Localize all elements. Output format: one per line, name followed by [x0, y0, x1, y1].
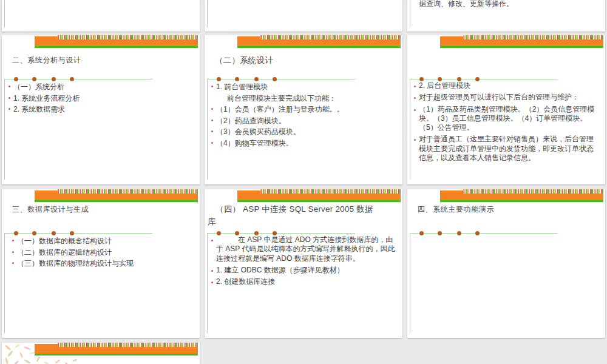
banner-green-line: [35, 200, 198, 202]
slide-thumbnail-r2c2[interactable]: （二）系统设计 1. 前台管理模块前台管理模块主要完成以下功能：（1）会员（客户…: [205, 35, 402, 184]
banner-green-line: [35, 354, 198, 356]
floral-banner-decoration: [35, 36, 198, 46]
decorative-dot-icon: [457, 77, 461, 81]
decorative-dot-icon: [217, 77, 221, 81]
slide-text-line: （2）药品查询模块。: [209, 115, 395, 127]
decorative-dot-icon: [438, 231, 442, 235]
decorative-dot-icon: [273, 231, 277, 235]
slide-body: 2. 后台管理模块对于超级管理员可以进行以下后台的管理与维护：（1）药品及药品类…: [412, 81, 598, 165]
content-frame-line: [207, 0, 208, 27]
floral-strip-decoration: [58, 189, 198, 194]
slide-title: （四） ASP 中连接 SQL Server 2005 数据库: [208, 203, 378, 228]
slide-body: （一）数据库的概念结构设计（二）数据库的逻辑结构设计（三）数据库的物理结构设计与…: [10, 235, 192, 269]
slide-thumbnail-r1c2[interactable]: [205, 0, 402, 32]
content-frame-line: [410, 0, 410, 27]
decorative-dot-icon: [217, 231, 221, 235]
decorative-dot-icon: [475, 77, 480, 81]
floral-strip-decoration: [463, 35, 603, 39]
slide-title: 四、系统主要功能演示: [418, 204, 599, 215]
banner-green-line: [440, 46, 603, 48]
decorative-dot-icon: [70, 77, 74, 81]
slide-thumbnail-r2c3[interactable]: 2. 后台管理模块对于超级管理员可以进行以下后台的管理与维护：（1）药品及药品类…: [407, 35, 605, 184]
floral-banner-decoration: [440, 36, 603, 46]
decorative-dot-icon: [14, 231, 18, 235]
slide-body: 在 ASP 中是通过 ADO 方式连接到数据库的，由于 ASP 代码是以纯脚本的…: [209, 235, 395, 289]
slide-text-line: 前台管理模块主要完成以下功能：: [209, 93, 395, 104]
floral-strip-decoration: [260, 189, 401, 194]
decorative-dot-icon: [235, 77, 239, 81]
slide-text-line: 1. 前台管理模块: [209, 81, 395, 93]
floral-strip-decoration: [58, 35, 198, 39]
slide-text-line: 1. 系统业务流程分析: [7, 93, 192, 104]
banner-green-line: [35, 46, 198, 48]
decorative-dot-icon: [14, 77, 18, 81]
banner-green-line: [237, 200, 401, 202]
decorative-dot-icon: [254, 77, 259, 81]
slide-text-line: （一）数据库的概念结构设计: [10, 235, 192, 247]
slide-thumbnail-r3c3[interactable]: 四、系统主要功能演示: [407, 189, 605, 338]
slide-text-line: （一）系统分析: [7, 81, 192, 93]
slide-title: （二）系统设计: [215, 55, 396, 66]
slide-thumbnail-r4c1[interactable]: [2, 343, 200, 364]
slide-text-line: 2. 系统数据需求: [7, 104, 192, 115]
banner-green-line: [237, 46, 401, 48]
slide-title: 三、数据库设计与生成: [12, 204, 194, 215]
slide-body: （一）系统分析1. 系统业务流程分析2. 系统数据需求: [7, 81, 192, 115]
slide-text-line: （二）数据库的逻辑结构设计: [10, 247, 192, 258]
content-frame-line: [4, 0, 5, 27]
floral-banner-decoration: [237, 36, 401, 46]
floral-banner-decoration: [440, 190, 603, 200]
slide-thumbnail-r3c1[interactable]: 三、数据库设计与生成 （一）数据库的概念结构设计（二）数据库的逻辑结构设计（三）…: [2, 189, 200, 338]
slide-thumbnail-r1c1[interactable]: [2, 0, 200, 32]
decorative-dot-icon: [235, 231, 239, 235]
decorative-dot-icon: [273, 77, 277, 81]
decorative-dot-icon: [475, 231, 480, 235]
floral-strip-decoration: [463, 189, 603, 194]
decorative-dot-icon: [419, 231, 424, 235]
decorative-dot-icon: [254, 231, 259, 235]
floral-strip-decoration: [58, 343, 198, 347]
banner-green-line: [440, 200, 603, 202]
slide-thumbnail-r2c1[interactable]: 二、系统分析与设计 （一）系统分析1. 系统业务流程分析2. 系统数据需求: [2, 35, 200, 184]
decorative-dot-icon: [438, 77, 442, 81]
decorative-dot-icon: [457, 231, 461, 235]
slide-title: 二、系统分析与设计: [12, 55, 194, 66]
decorative-dot-icon: [419, 77, 424, 81]
decorative-dot-icon: [52, 231, 56, 235]
decorative-dot-icon: [52, 77, 56, 81]
slide-text-line: 据查询、修改、更新等操作。: [412, 0, 598, 10]
slide-text-line: （3）会员购买药品模块。: [209, 126, 395, 138]
floral-banner-decoration: [35, 344, 198, 354]
slide-text-line: 2. 创建数据库连接: [209, 277, 395, 286]
slide-text-line: （1）药品及药品类别管理模块。（2）会员信息管理模块。（3）员工信息管理模块。（…: [412, 105, 598, 133]
floral-banner-decoration: [35, 190, 198, 200]
decorative-dot-icon: [32, 77, 36, 81]
decorative-dot-icon: [32, 231, 36, 235]
slide-text-line: 在 ASP 中是通过 ADO 方式连接到数据库的，由于 ASP 代码是以纯脚本的…: [209, 235, 395, 263]
slide-text-line: 对于超级管理员可以进行以下后台的管理与维护：: [412, 93, 598, 102]
slide-text-line: （三）数据库的物理结构设计与实现: [10, 258, 192, 269]
slide-body: 据查询、修改、更新等操作。: [412, 0, 598, 10]
slide-text-line: 1. 建立 ODBC 数据源（步骤详见教材）: [209, 266, 395, 275]
slide-text-line: 2. 后台管理模块: [412, 81, 598, 90]
floral-strip-decoration: [260, 35, 401, 39]
slide-text-line: 对于普通员工（这里主要针对销售员）来说，后台管理模块主要完成订单管理中的发货功能…: [412, 135, 598, 163]
slide-body: 1. 前台管理模块前台管理模块主要完成以下功能：（1）会员（客户）注册与登录功能…: [209, 81, 395, 149]
decorative-dot-icon: [70, 231, 74, 235]
floral-banner-decoration: [237, 190, 401, 200]
slide-thumbnail-r1c3[interactable]: 据查询、修改、更新等操作。: [407, 0, 605, 32]
slide-text-line: （4）购物车管理模块。: [209, 138, 395, 149]
slide-text-line: （1）会员（客户）注册与登录功能。。: [209, 104, 395, 115]
slide-thumbnail-r3c2[interactable]: （四） ASP 中连接 SQL Server 2005 数据库 在 ASP 中是…: [205, 189, 402, 338]
